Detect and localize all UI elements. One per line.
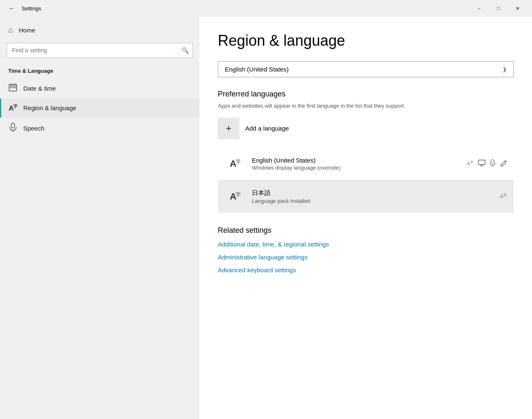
home-icon: ⌂ (8, 26, 13, 35)
add-language-button[interactable]: + Add a language (218, 118, 514, 139)
region-language-icon: A字 (8, 104, 17, 113)
dropdown-arrow-icon: ❯ (502, 67, 507, 72)
svg-rect-6 (15, 87, 16, 88)
page-title: Region & language (218, 32, 514, 49)
en-us-lang-badges: A字 (466, 159, 507, 168)
sidebar-date-time-label: Date & time (23, 85, 56, 92)
preferred-languages-desc: Apps and websites will appear in the fir… (218, 102, 514, 110)
lang-badge-handwriting-icon (500, 160, 507, 168)
sidebar-home-label: Home (19, 27, 35, 34)
ja-lang-icon: A字 (224, 186, 245, 207)
content-area: Region & language English (United States… (200, 17, 532, 419)
preferred-languages-title: Preferred languages (218, 90, 514, 99)
svg-rect-5 (12, 87, 14, 88)
ja-lang-subtitle: Language pack installed (252, 198, 493, 204)
search-input[interactable] (7, 43, 193, 58)
search-icon: 🔍 (182, 47, 189, 54)
app-body: ⌂ Home 🔍 Time & Language Date (0, 17, 532, 419)
ja-lang-info: 日本語 Language pack installed (252, 189, 493, 204)
related-link-keyboard[interactable]: Advanced keyboard settings (218, 266, 514, 274)
add-icon: + (218, 118, 239, 139)
country-value: English (United States) (225, 66, 288, 73)
lang-badge-text-icon: A字 (466, 159, 474, 168)
date-time-icon (8, 83, 17, 94)
svg-rect-7 (11, 123, 15, 128)
language-item-ja[interactable]: A字 日本語 Language pack installed A字 (218, 180, 514, 213)
ja-badge-text-icon: A字 (500, 192, 507, 201)
ja-lang-badges: A字 (500, 192, 507, 201)
svg-text:A字: A字 (500, 193, 507, 199)
related-link-admin-language[interactable]: Administrative language settings (218, 254, 514, 261)
plus-icon: + (226, 123, 232, 134)
svg-rect-13 (491, 160, 494, 163)
sidebar-item-date-time[interactable]: Date & time (0, 78, 200, 99)
search-box: 🔍 (7, 43, 193, 58)
back-button[interactable]: ← (5, 2, 18, 15)
ja-lang-name: 日本語 (252, 189, 493, 197)
svg-rect-4 (10, 87, 12, 88)
minimize-button[interactable]: – (470, 2, 489, 15)
sidebar-item-region-language[interactable]: A字 Region & language (0, 99, 200, 118)
maximize-button[interactable]: □ (489, 2, 508, 15)
sidebar-section-title: Time & Language (0, 64, 200, 78)
en-us-lang-info: English (United States) Windows display … (252, 157, 460, 171)
sidebar-region-label: Region & language (23, 104, 76, 111)
sidebar-speech-label: Speech (23, 125, 44, 132)
add-language-label: Add a language (245, 125, 289, 132)
en-us-lang-subtitle: Windows display language (override) (252, 165, 460, 171)
en-us-lang-icon: A字 (224, 153, 245, 174)
related-settings-title: Related settings (218, 226, 514, 235)
speech-icon (8, 123, 17, 134)
sidebar: ⌂ Home 🔍 Time & Language Date (0, 17, 200, 419)
lang-badge-speech-icon (490, 159, 495, 168)
sidebar-item-home[interactable]: ⌂ Home (0, 22, 200, 39)
svg-rect-10 (478, 160, 485, 165)
window-controls: – □ ✕ (470, 2, 527, 15)
language-item-en-us[interactable]: A字 English (United States) Windows displ… (218, 148, 514, 180)
lang-badge-display-icon (478, 160, 485, 168)
titlebar-title: Settings (22, 5, 41, 12)
en-us-lang-name: English (United States) (252, 157, 460, 164)
svg-text:A字: A字 (466, 160, 473, 166)
close-button[interactable]: ✕ (508, 2, 527, 15)
sidebar-item-speech[interactable]: Speech (0, 118, 200, 139)
related-link-date-time[interactable]: Additional date, time, & regional settin… (218, 241, 514, 248)
country-dropdown[interactable]: English (United States) ❯ (218, 61, 514, 77)
titlebar: ← Settings – □ ✕ (0, 0, 532, 17)
